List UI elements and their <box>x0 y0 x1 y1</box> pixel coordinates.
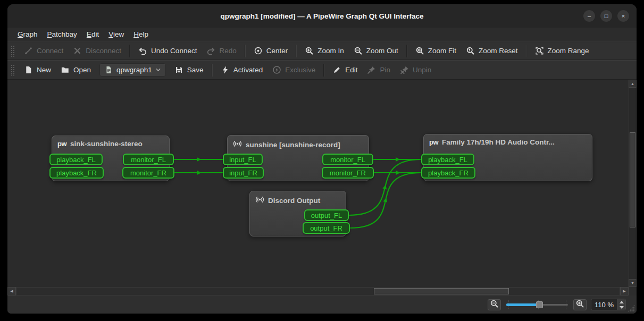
broadcast-icon <box>233 139 242 150</box>
spin-up-button[interactable] <box>617 299 625 305</box>
horizontal-scrollbar-thumb[interactable] <box>374 288 509 294</box>
port-monitor_FR[interactable]: monitor_FR <box>122 167 174 179</box>
zoom-reset-icon <box>466 46 475 55</box>
edit-label: Edit <box>345 66 357 74</box>
zoom-fit-button[interactable]: Zoom Fit <box>411 44 461 58</box>
zoom-out-button[interactable] <box>488 299 501 310</box>
menu-graph[interactable]: Graph <box>13 29 43 40</box>
title-bar[interactable]: qpwgraph1 [modified] — A PipeWire Graph … <box>7 4 637 28</box>
open-label: Open <box>73 66 91 74</box>
zoom-out-icon <box>354 46 363 55</box>
exclusive-button[interactable]: Exclusive <box>267 63 320 77</box>
zoom-value[interactable]: 110 % <box>591 299 617 310</box>
wire-arrow <box>383 197 388 202</box>
resize-grip[interactable] <box>628 305 635 312</box>
wire-arrow <box>197 157 201 162</box>
port-input_FR[interactable]: input_FR <box>223 167 264 179</box>
window-title: qpwgraph1 [modified] — A PipeWire Graph … <box>7 12 637 20</box>
port-monitor_FL[interactable]: monitor_FL <box>123 154 174 165</box>
undo-connect-label: Undo Connect <box>151 47 197 55</box>
zoom-range-button[interactable]: Zoom Range <box>530 44 594 58</box>
maximize-button[interactable]: □ <box>600 10 612 22</box>
toolbar-separator <box>129 45 130 57</box>
node-title: pwFamily 17h/19h HD Audio Contr... <box>424 134 592 150</box>
redo-button[interactable]: Redo <box>202 44 241 58</box>
zoom-in-button[interactable] <box>573 299 587 310</box>
zoom-in-icon <box>575 299 584 310</box>
down-arrow-icon <box>620 306 624 309</box>
vertical-scrollbar-track[interactable] <box>629 88 637 279</box>
spin-down-button[interactable] <box>617 305 625 310</box>
menu-view[interactable]: View <box>104 29 129 40</box>
open-button[interactable]: Open <box>56 63 96 77</box>
connect-button[interactable]: Connect <box>19 44 68 58</box>
disconnect-button[interactable]: Disconnect <box>68 44 126 58</box>
node-title-text: Discord Output <box>268 197 320 205</box>
menu-help[interactable]: Help <box>129 29 153 40</box>
zoom-spinbox[interactable]: 110 % <box>591 299 626 310</box>
unpin-icon <box>400 65 409 74</box>
port-playback_FL[interactable]: playback_FL <box>49 154 103 165</box>
port-playback_FR[interactable]: playback_FR <box>421 167 475 179</box>
edit-button[interactable]: Edit <box>328 63 362 77</box>
save-button[interactable]: Save <box>170 63 208 77</box>
port-monitor_FL[interactable]: monitor_FL <box>322 154 373 165</box>
vertical-scrollbar[interactable]: ▲ ▼ <box>629 80 637 287</box>
connect-label: Connect <box>37 47 63 55</box>
zoom-in-icon <box>305 46 314 55</box>
node-title-text: sunshine [sunshine-record] <box>246 141 340 149</box>
exclusive-icon <box>272 65 281 74</box>
port-playback_FL[interactable]: playback_FL <box>421 154 474 165</box>
toolbar-drag-handle[interactable] <box>11 45 14 57</box>
new-button[interactable]: New <box>19 63 56 77</box>
undo-connect-button[interactable]: Undo Connect <box>133 44 202 58</box>
zoom-out-label: Zoom Out <box>366 47 398 55</box>
toolbar-separator <box>245 45 246 57</box>
new-label: New <box>37 66 51 74</box>
port-output_FR[interactable]: output_FR <box>303 222 350 234</box>
scroll-down-button[interactable]: ▼ <box>629 279 637 287</box>
scroll-left-button[interactable]: ◀ <box>7 287 16 295</box>
unpin-button[interactable]: Unpin <box>395 63 436 77</box>
node-title: pwsink-sunshine-stereo <box>52 136 169 151</box>
redo-label: Redo <box>219 47 236 55</box>
zoom-in-label: Zoom In <box>317 47 344 55</box>
menu-patchbay[interactable]: Patchbay <box>43 29 82 40</box>
patchbay-current-dropdown[interactable]: qpwgraph1 <box>99 63 166 77</box>
scroll-right-button[interactable]: ▶ <box>620 287 629 295</box>
pin-button[interactable]: Pin <box>362 63 395 77</box>
port-input_FL[interactable]: input_FL <box>223 154 263 165</box>
zoom-reset-button[interactable]: Zoom Reset <box>461 44 523 58</box>
center-icon <box>254 46 263 55</box>
activated-button[interactable]: Activated <box>216 63 268 77</box>
save-label: Save <box>187 66 204 74</box>
zoom-out-icon <box>490 299 499 310</box>
port-monitor_FR[interactable]: monitor_FR <box>322 167 374 179</box>
scroll-up-button[interactable]: ▲ <box>629 80 637 88</box>
toolbar-separator <box>323 64 324 77</box>
wire-arrow <box>197 171 202 175</box>
zoom-slider[interactable] <box>505 299 569 310</box>
graph-canvas[interactable]: pwsink-sunshine-stereoplayback_FLplaybac… <box>7 80 629 287</box>
patchbay-toolbar: NewOpenqpwgraph1SaveActivatedExclusiveEd… <box>7 60 637 80</box>
node-title: Discord Output <box>250 191 346 209</box>
center-button[interactable]: Center <box>249 44 293 58</box>
horizontal-scrollbar-track[interactable] <box>16 287 620 295</box>
unpin-label: Unpin <box>413 66 431 74</box>
menu-edit[interactable]: Edit <box>82 29 104 40</box>
minimize-button[interactable]: – <box>583 10 595 22</box>
vertical-scrollbar-thumb[interactable] <box>630 132 635 227</box>
connection-wires <box>7 80 629 287</box>
zoom-slider-handle[interactable] <box>536 301 543 308</box>
wire-arrow <box>382 184 388 190</box>
toolbar-drag-handle[interactable] <box>11 64 14 76</box>
port-output_FL[interactable]: output_FL <box>304 209 349 221</box>
port-playback_FR[interactable]: playback_FR <box>49 167 104 179</box>
broadcast-icon <box>255 195 264 206</box>
horizontal-scrollbar[interactable]: ◀ ▶ <box>7 287 629 295</box>
zoom-out-button[interactable]: Zoom Out <box>349 44 403 58</box>
close-button[interactable]: × <box>617 10 629 22</box>
zoom-in-button[interactable]: Zoom In <box>300 44 349 58</box>
spinbox-buttons <box>617 299 625 310</box>
bolt-icon <box>221 65 230 74</box>
